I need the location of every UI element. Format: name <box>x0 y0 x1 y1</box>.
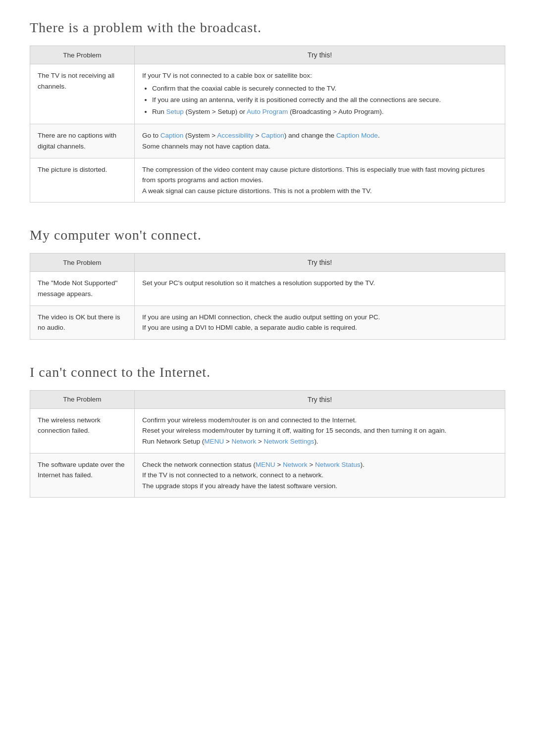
bullet-1: Confirm that the coaxial cable is secure… <box>152 83 497 94</box>
section-internet: I can't connect to the Internet. The Pro… <box>30 364 505 498</box>
internet-col2-header: Try this! <box>134 390 505 408</box>
section-computer: My computer won't connect. The Problem T… <box>30 227 505 339</box>
problem-cell: The video is OK but there is no audio. <box>30 305 135 339</box>
computer-col2-header: Try this! <box>134 253 505 272</box>
network-link2: Network <box>283 461 308 468</box>
network-settings-link: Network Settings <box>264 438 314 445</box>
table-row: The picture is distorted. The compressio… <box>30 158 505 202</box>
audio-solution: If you are using an HDMI connection, che… <box>142 313 380 332</box>
table-row: The software update over the Internet ha… <box>30 453 505 498</box>
solution-cell: If you are using an HDMI connection, che… <box>134 305 505 339</box>
problem-cell: The TV is not receiving all channels. <box>30 64 135 124</box>
setup-link: Setup <box>166 108 184 115</box>
section-internet-title: I can't connect to the Internet. <box>30 364 505 380</box>
solution-cell: Check the network connection status (MEN… <box>134 453 505 498</box>
problem-cell: The picture is distorted. <box>30 158 135 202</box>
network-status-link: Network Status <box>315 461 361 468</box>
software-solution: Check the network connection status (MEN… <box>142 461 365 490</box>
section-broadcast-title: There is a problem with the broadcast. <box>30 20 505 36</box>
solution-cell: Confirm your wireless modem/router is on… <box>134 408 505 453</box>
table-row: The TV is not receiving all channels. If… <box>30 64 505 124</box>
solution-cell: If your TV is not connected to a cable b… <box>134 64 505 124</box>
accessibility-link: Accessibility <box>217 132 254 139</box>
problem-text: There are no captions with digital chann… <box>38 132 116 150</box>
wireless-solution: Confirm your wireless modem/router is on… <box>142 416 446 445</box>
internet-col1-header: The Problem <box>30 390 135 408</box>
section-broadcast: There is a problem with the broadcast. T… <box>30 20 505 202</box>
broadcast-col1-header: The Problem <box>30 46 135 64</box>
menu-link2: MENU <box>256 461 275 468</box>
solution-prefix: If your TV is not connected to a cable b… <box>142 72 312 79</box>
problem-text: The TV is not receiving all channels. <box>38 72 114 90</box>
solution-cell: Set your PC's output resolution so it ma… <box>134 272 505 305</box>
table-row: The "Mode Not Supported" message appears… <box>30 272 505 305</box>
broadcast-table: The Problem Try this! The TV is not rece… <box>30 46 505 202</box>
caption-link2: Caption <box>261 132 284 139</box>
bullet-2: If you are using an antenna, verify it i… <box>152 95 497 105</box>
auto-program-link: Auto Program <box>247 108 288 115</box>
computer-table: The Problem Try this! The "Mode Not Supp… <box>30 253 505 339</box>
problem-cell: The software update over the Internet ha… <box>30 453 135 498</box>
problem-cell: The wireless network connection failed. <box>30 408 135 453</box>
broadcasting-auto-text: (Broadcasting > Auto Program) <box>290 108 382 115</box>
system-accessibility-caption: (System > <box>185 132 217 139</box>
system-setup-text: (System > Setup) <box>186 108 238 115</box>
caption-link: Caption <box>160 132 184 139</box>
solution-bullets: Confirm that the coaxial cable is secure… <box>142 83 497 117</box>
solution-cell: Go to Caption (System > Accessibility > … <box>134 124 505 158</box>
problem-cell: There are no captions with digital chann… <box>30 124 135 158</box>
broadcast-col2-header: Try this! <box>134 46 505 64</box>
section-computer-title: My computer won't connect. <box>30 227 505 243</box>
internet-table: The Problem Try this! The wireless netwo… <box>30 390 505 498</box>
bullet-3: Run Setup (System > Setup) or Auto Progr… <box>152 106 497 117</box>
distorted-text: The compression of the video content may… <box>142 166 485 195</box>
table-row: The video is OK but there is no audio. I… <box>30 305 505 339</box>
solution-cell: The compression of the video content may… <box>134 158 505 202</box>
problem-cell: The "Mode Not Supported" message appears… <box>30 272 135 305</box>
caption-mode-link: Caption Mode <box>336 132 378 139</box>
computer-col1-header: The Problem <box>30 253 135 272</box>
menu-link1: MENU <box>204 438 224 445</box>
network-link1: Network <box>231 438 256 445</box>
table-row: The wireless network connection failed. … <box>30 408 505 453</box>
table-row: There are no captions with digital chann… <box>30 124 505 158</box>
